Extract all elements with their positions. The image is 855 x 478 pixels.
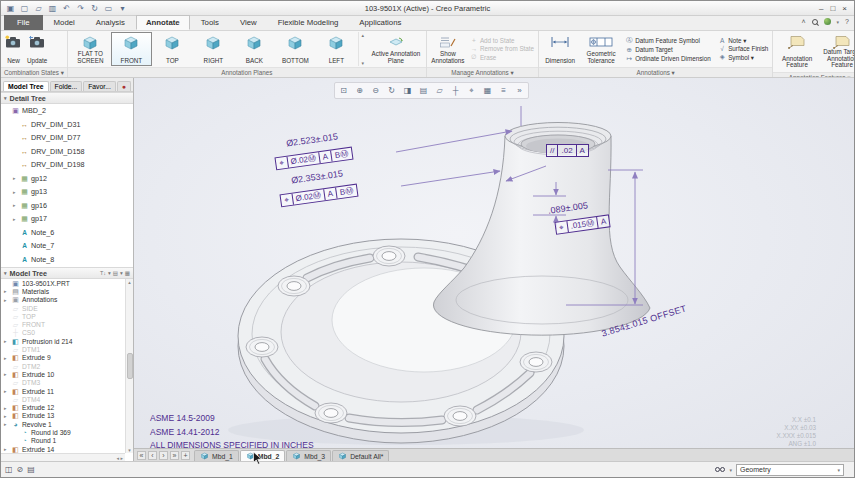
model-tree-item[interactable]: ▸ SIDE [1,304,133,312]
model-tree-item[interactable]: ▸ Materials [1,287,133,295]
group-label-annotation-planes[interactable]: Annotation Planes [68,67,426,77]
navigator-tab[interactable]: Model Tree [3,81,49,91]
maximize-button[interactable]: □ [830,4,835,13]
collapse-ribbon-icon[interactable]: ˄ [801,18,805,25]
expand-arrow-icon[interactable]: ▸ [4,405,9,411]
ribbon-tab[interactable]: Annotate [136,15,190,30]
model-tree-item[interactable]: ▸ Extrude 11 [1,387,133,395]
model-viewport[interactable] [134,78,854,448]
collapse-detail-tree-icon[interactable]: ▾ [4,95,7,101]
model-tree-item[interactable]: ▸ DTM1 [1,345,133,353]
tree-settings-icon[interactable]: ▤ [113,270,118,276]
expand-arrow-icon[interactable]: ▸ [4,388,9,394]
view-scroll[interactable]: ▴▾ [358,32,367,66]
window-icon[interactable]: ▭ [103,3,114,14]
model-tree-item[interactable]: ▸ TOP [1,312,133,320]
model-tree-item[interactable]: ▸ Extrude 12 [1,403,133,411]
model-tree-vertical-scrollbar[interactable]: ▴▾ [125,279,133,453]
annotation-plane-button[interactable]: TOP [152,32,193,66]
find-icon[interactable] [715,467,725,472]
model-tree-item[interactable]: ▸ DTM2 [1,362,133,370]
close-button[interactable]: × [842,4,847,13]
customize-qat-icon[interactable]: ▾ [117,3,128,14]
expand-arrow-icon[interactable]: ▸ [13,216,18,222]
ribbon-tab[interactable]: View [230,15,267,30]
annotation-tool[interactable]: ⊕ Datum Target [623,46,715,54]
clip-icon[interactable]: ⊘ [17,465,24,474]
detail-tree-item[interactable]: ▸ MBD_2 [1,104,133,118]
group-label-manage[interactable]: Manage Annotations ▾ [427,67,538,77]
manage-action[interactable]: → Remove from State [468,45,536,52]
combination-state-tab[interactable]: Mbd_2 [240,450,286,461]
expand-arrow-icon[interactable]: ▸ [4,371,9,377]
collapse-model-tree-icon[interactable]: ▾ [4,270,7,276]
model-tree-header[interactable]: ▾ Model Tree T↓▾ ▤▾ ▦ [1,267,133,279]
detail-tree-item[interactable]: ▸ gp16 [1,199,133,213]
group-label-annotations[interactable]: Annotations ▾ [539,67,772,77]
save-icon[interactable]: ▥ [47,3,58,14]
graphics-area[interactable]: ⊡⊕⊖↻◨▤▱┼⌖▦≡» [134,78,854,448]
navigator-tab-history[interactable]: ● [117,81,131,91]
note-text[interactable]: ASME 14.5-2009 [150,412,314,426]
expand-arrow-icon[interactable]: ▸ [4,355,9,361]
open-icon[interactable]: ▱ [33,3,44,14]
next-state-icon[interactable]: › [159,451,168,460]
navigator-tab[interactable]: Favor... [83,81,116,91]
model-tree-item[interactable]: ▸ DTM4 [1,395,133,403]
expand-arrow-icon[interactable]: ▸ [4,446,9,452]
expand-arrow-icon[interactable]: ▸ [13,189,18,195]
tree-columns-icon[interactable]: ▦ [125,270,130,276]
model-tree-item[interactable]: ▸ Annotations [1,296,133,304]
detail-tree-item[interactable]: ▸ gp12 [1,172,133,186]
annotation-tool[interactable]: ◈ Symbol ▾ [716,53,770,61]
detail-tree-item[interactable]: ▸ Note_8 [1,253,133,267]
combination-state-tab[interactable]: Mbd_1 [194,450,239,461]
manage-action[interactable]: + Add to State [468,37,536,44]
note-text[interactable]: ASME 14.41-2012 [150,426,314,440]
detail-tree-item[interactable]: ▸ DRV_DIM_D31 [1,118,133,132]
annotation-plane-button[interactable]: BOTTOM [275,32,316,66]
fcf-parallelism-annotation[interactable]: // .02 A [546,144,589,157]
detail-tree-item[interactable]: ▸ DRV_DIM_D198 [1,158,133,172]
model-tree-item[interactable]: ▸ 103-9501X.PRT [1,279,133,287]
regenerate-icon[interactable]: ↻ [89,3,100,14]
detail-tree-item[interactable]: ▸ DRV_DIM_D77 [1,131,133,145]
ribbon-tab[interactable]: Analysis [86,15,135,30]
selection-filter-select[interactable]: Geometry ▾ [736,464,844,476]
last-state-icon[interactable]: » [170,451,179,460]
annotation-plane-button[interactable]: BACK [234,32,275,66]
message-log-icon[interactable]: ◫ [5,465,13,474]
expand-arrow-icon[interactable]: ▸ [13,202,18,208]
group-label-combination[interactable]: Combination States ▾ [1,67,67,77]
model-tree-item[interactable]: ▸ Round 1 [1,437,133,445]
active-annotation-plane-button[interactable]: Active Annotation Plane [368,32,424,66]
ribbon-tab[interactable]: File [4,15,43,30]
model-tree-item[interactable]: ▸ Protrusion id 214 [1,337,133,345]
detail-tree-header[interactable]: ▾ Detail Tree [1,92,133,104]
annotation-tool[interactable]: ↦ Ordinate Driven Dimension [623,55,715,63]
new-state-button[interactable]: New [3,32,24,66]
manage-action[interactable]: ∅ Erase [468,53,536,61]
ribbon-tab[interactable]: Model [44,15,85,30]
detail-tree-item[interactable]: ▸ Note_6 [1,226,133,240]
detail-tree-item[interactable]: ▸ Note_7 [1,239,133,253]
dimension-button[interactable]: Dimension [541,32,579,66]
model-tree-item[interactable]: ▸ Extrude 10 [1,370,133,378]
model-tree-item[interactable]: ▸ Extrude 9 [1,354,133,362]
detail-tree-item[interactable]: ▸ DRV_DIM_D158 [1,145,133,159]
model-tree-item[interactable]: ▸ Extrude 13 [1,412,133,420]
undo-icon[interactable]: ↶ [61,3,72,14]
minimize-button[interactable]: – [819,4,823,13]
annotation-plane-button[interactable]: LEFT [316,32,357,66]
options-caret-icon[interactable]: ▾ [837,19,840,25]
annotation-plane-button[interactable]: FRONT [111,32,152,66]
update-state-button[interactable]: Update [25,32,49,66]
geometric-tolerance-button[interactable]: Geometric Tolerance [580,32,622,66]
annotation-tool[interactable]: √ Surface Finish [716,45,770,52]
annotation-feature-button[interactable]: Annotation Feature [775,32,819,71]
combination-state-tab[interactable]: Mbd_3 [286,450,331,461]
annotation-tool[interactable]: Ⓐ Datum Feature Symbol [623,36,715,45]
creo-options-icon[interactable] [824,18,831,25]
filter-caret-icon[interactable]: ▾ [108,270,111,276]
ribbon-tab[interactable]: Tools [191,15,229,30]
